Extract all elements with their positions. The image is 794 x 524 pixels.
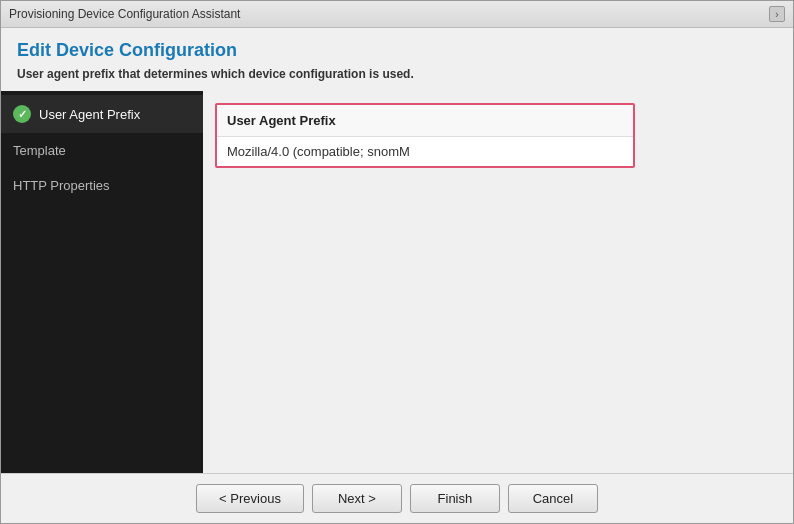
page-title: Edit Device Configuration (17, 40, 777, 61)
sidebar-item-http-properties[interactable]: HTTP Properties (1, 168, 203, 203)
right-panel: User Agent Prefix Mozilla/4.0 (compatibl… (203, 91, 793, 473)
sidebar: User Agent Prefix Template HTTP Properti… (1, 91, 203, 473)
content-area: Edit Device Configuration User agent pre… (1, 28, 793, 473)
table-column-header: User Agent Prefix (217, 105, 633, 137)
sidebar-item-user-agent-prefix[interactable]: User Agent Prefix (1, 95, 203, 133)
header-section: Edit Device Configuration User agent pre… (1, 28, 793, 91)
main-body: User Agent Prefix Template HTTP Properti… (1, 91, 793, 473)
sidebar-item-label-http: HTTP Properties (13, 178, 110, 193)
close-button[interactable]: › (769, 6, 785, 22)
footer: < Previous Next > Finish Cancel (1, 473, 793, 523)
sidebar-item-template[interactable]: Template (1, 133, 203, 168)
window-title: Provisioning Device Configuration Assist… (9, 7, 240, 21)
next-button[interactable]: Next > (312, 484, 402, 513)
main-window: Provisioning Device Configuration Assist… (0, 0, 794, 524)
finish-button[interactable]: Finish (410, 484, 500, 513)
page-subtitle: User agent prefix that determines which … (17, 67, 777, 81)
sidebar-item-label-template: Template (13, 143, 66, 158)
previous-button[interactable]: < Previous (196, 484, 304, 513)
sidebar-item-label-user-agent: User Agent Prefix (39, 107, 140, 122)
check-icon (13, 105, 31, 123)
table-row[interactable]: Mozilla/4.0 (compatible; snomM (217, 137, 633, 166)
title-bar: Provisioning Device Configuration Assist… (1, 1, 793, 28)
cancel-button[interactable]: Cancel (508, 484, 598, 513)
user-agent-table: User Agent Prefix Mozilla/4.0 (compatibl… (215, 103, 635, 168)
